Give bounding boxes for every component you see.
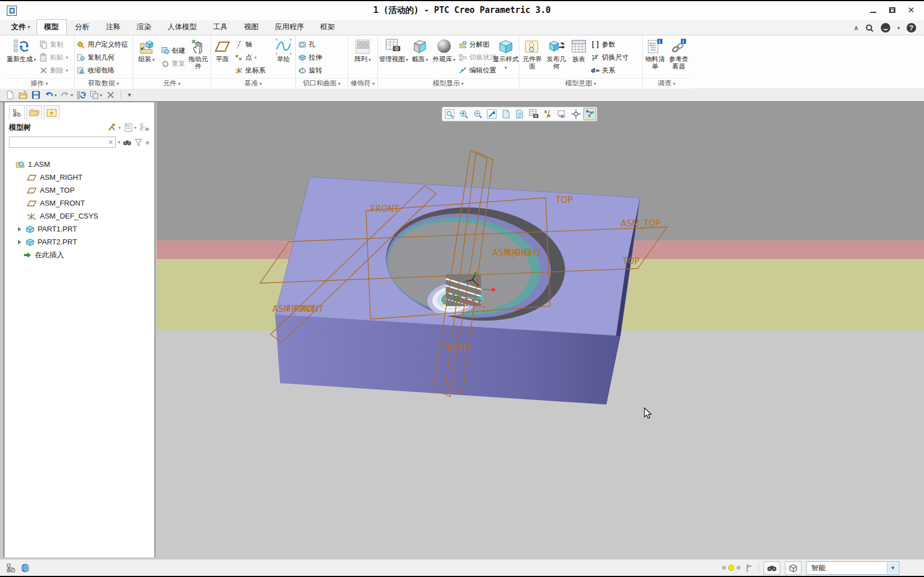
favorites-tab[interactable] bbox=[44, 105, 60, 120]
search-history-arrow-icon[interactable]: ▾ bbox=[118, 139, 121, 145]
saved-orientations-button[interactable] bbox=[499, 108, 512, 120]
tab-applications[interactable]: 应用程序 bbox=[267, 19, 312, 35]
search-model-button[interactable] bbox=[763, 561, 780, 575]
tree-tools-button[interactable]: ▾ bbox=[107, 123, 121, 132]
file-menu-button[interactable]: 文件 bbox=[6, 20, 36, 35]
plane-button[interactable]: 平面 bbox=[212, 37, 233, 78]
udf-button[interactable]: 用户定义特征 bbox=[75, 39, 132, 51]
window-switch-button[interactable]: ▾ bbox=[90, 90, 102, 99]
graphics-viewport[interactable]: FRONT TOP ASM_TOP ASM_RIGHT RIGHT TOP AS… bbox=[157, 102, 924, 559]
switch-dimensions-button[interactable]: 15 切换尺寸 bbox=[589, 52, 639, 63]
shrinkwrap-button[interactable]: 收缩包络 bbox=[75, 65, 132, 76]
datum-label-asm-top[interactable]: ASM_TOP bbox=[621, 219, 660, 229]
folder-browser-tab[interactable] bbox=[26, 105, 42, 120]
tree-item-asm-top[interactable]: ASM_TOP bbox=[4, 184, 154, 197]
save-button[interactable] bbox=[31, 90, 40, 99]
manage-views-button[interactable]: 管理视图 bbox=[378, 37, 409, 78]
find-binoculars-icon[interactable] bbox=[122, 138, 132, 147]
tree-settings-button[interactable]: ▾ bbox=[124, 123, 136, 132]
tree-search-input[interactable] bbox=[10, 137, 115, 147]
tab-tools[interactable]: 工具 bbox=[205, 19, 236, 35]
redo-button[interactable]: ▾ bbox=[61, 90, 73, 99]
notification-flag-icon[interactable] bbox=[745, 564, 754, 573]
copy-geometry-button[interactable]: 复制几何 bbox=[75, 52, 132, 63]
axis-button[interactable]: 轴 bbox=[233, 39, 272, 51]
qat-customize-arrow-icon[interactable]: ▼ bbox=[127, 92, 132, 98]
assemble-button[interactable]: 组装 bbox=[134, 37, 159, 78]
spin-center-button[interactable] bbox=[569, 108, 582, 120]
display-style-button[interactable]: 显示样式 bbox=[493, 37, 519, 78]
reorient-button[interactable] bbox=[485, 108, 498, 120]
group-label-component[interactable]: 元件 bbox=[133, 78, 211, 89]
datum-label-right-2[interactable]: RIGHT bbox=[444, 343, 470, 353]
refit-button[interactable] bbox=[443, 108, 456, 120]
new-file-button[interactable] bbox=[6, 90, 15, 99]
tree-item-part2[interactable]: PART2.PRT bbox=[4, 235, 154, 248]
close-button[interactable]: ✕ bbox=[906, 6, 916, 15]
exploded-view-button[interactable]: 分解图 bbox=[457, 39, 493, 51]
sections-button[interactable]: 截面 bbox=[409, 37, 431, 78]
clear-search-icon[interactable]: ✕ bbox=[108, 139, 113, 146]
component-interface-button[interactable]: 元件界面 bbox=[520, 37, 545, 78]
group-label-investigate[interactable]: 调查 bbox=[643, 78, 690, 89]
appearance-gallery-button[interactable]: 外观库 bbox=[431, 37, 457, 78]
tab-render[interactable]: 渲染 bbox=[129, 19, 159, 35]
datum-label-top[interactable]: TOP bbox=[556, 195, 573, 205]
group-label-model-display[interactable]: 模型显示 bbox=[378, 78, 519, 89]
web-browser-icon[interactable] bbox=[20, 563, 30, 573]
undo-button[interactable]: ▾ bbox=[44, 90, 57, 99]
extrude-button[interactable]: 拉伸 bbox=[296, 52, 347, 63]
expand-arrow-icon[interactable] bbox=[18, 227, 21, 231]
collapse-ribbon-icon[interactable]: ∧ bbox=[854, 24, 859, 32]
reference-viewer-button[interactable]: i 参考查看器 bbox=[667, 37, 690, 78]
tab-model[interactable]: 模型 bbox=[36, 19, 67, 35]
tree-item-assembly[interactable]: 1.ASM bbox=[4, 158, 154, 171]
filter-funnel-icon[interactable] bbox=[134, 138, 143, 147]
tab-annotate[interactable]: 注释 bbox=[98, 19, 129, 35]
edit-position-button[interactable]: 编辑位置 bbox=[457, 65, 493, 76]
model-tree-tab[interactable] bbox=[9, 105, 25, 120]
zoom-in-button[interactable] bbox=[457, 108, 470, 120]
tree-item-insert-here[interactable]: 在此插入 bbox=[4, 248, 154, 261]
help-icon[interactable]: ? bbox=[907, 23, 916, 33]
tab-analysis[interactable]: 分析 bbox=[67, 19, 98, 35]
sketch-button[interactable]: 草绘 bbox=[272, 37, 295, 78]
tree-item-asm-right[interactable]: ASM_RIGHT bbox=[4, 171, 154, 184]
resource-center-arrow-icon[interactable]: ▾ bbox=[897, 25, 900, 31]
datum-label-front-overlap[interactable]: FRONT bbox=[286, 304, 315, 314]
drag-components-button[interactable]: 拖动元件 bbox=[186, 37, 210, 78]
group-label-modifiers[interactable]: 修饰符 bbox=[348, 78, 377, 89]
switch-state-button[interactable]: 切换状况 bbox=[457, 52, 493, 63]
point-button[interactable]: 点 bbox=[233, 52, 272, 63]
relations-button[interactable]: d= 关系 bbox=[589, 65, 639, 76]
repeat-button[interactable]: 重复 bbox=[159, 58, 186, 70]
paste-button[interactable]: 粘贴 bbox=[38, 52, 72, 63]
datum-display-filter-button[interactable] bbox=[541, 108, 554, 120]
datum-label-top-2[interactable]: TOP bbox=[623, 256, 639, 266]
group-label-get-data[interactable]: 获取数据 bbox=[75, 78, 132, 89]
bom-button[interactable]: i 物料清单 bbox=[643, 37, 667, 78]
annotation-display-button[interactable] bbox=[555, 108, 568, 120]
selection-filter-dropdown[interactable]: 智能 ▼ bbox=[806, 561, 899, 575]
create-button[interactable]: 创建 bbox=[159, 45, 186, 57]
view-manager-button[interactable] bbox=[527, 108, 540, 120]
open-file-button[interactable] bbox=[19, 90, 28, 99]
copy-button[interactable]: 复制 bbox=[38, 39, 72, 51]
search-icon[interactable] bbox=[865, 24, 874, 33]
datum-label-front[interactable]: FRONT bbox=[370, 204, 399, 214]
datum-label-right-overlap[interactable]: RIGHT bbox=[506, 248, 532, 258]
group-label-cut-surface[interactable]: 切口和曲面 bbox=[296, 78, 347, 89]
resource-center-icon[interactable] bbox=[881, 23, 890, 33]
expand-arrow-icon[interactable] bbox=[18, 240, 21, 244]
regenerate-small-button[interactable] bbox=[77, 90, 86, 99]
tree-item-asm-def-csys[interactable]: yx ASM_DEF_CSYS bbox=[4, 210, 154, 222]
tree-item-asm-front[interactable]: ASM_FRONT bbox=[4, 197, 154, 210]
restore-button[interactable] bbox=[887, 6, 897, 15]
regenerate-button[interactable]: 重新生成 bbox=[5, 37, 38, 78]
zoom-out-button[interactable] bbox=[471, 108, 484, 120]
filter-dropdown-arrow-icon[interactable]: ▼ bbox=[887, 562, 898, 574]
tab-manikin[interactable]: 人体模型 bbox=[160, 19, 205, 35]
tab-framework[interactable]: 框架 bbox=[313, 19, 343, 35]
group-label-operations[interactable]: 操作 bbox=[4, 78, 74, 89]
hole-button[interactable]: 孔 bbox=[296, 39, 347, 51]
